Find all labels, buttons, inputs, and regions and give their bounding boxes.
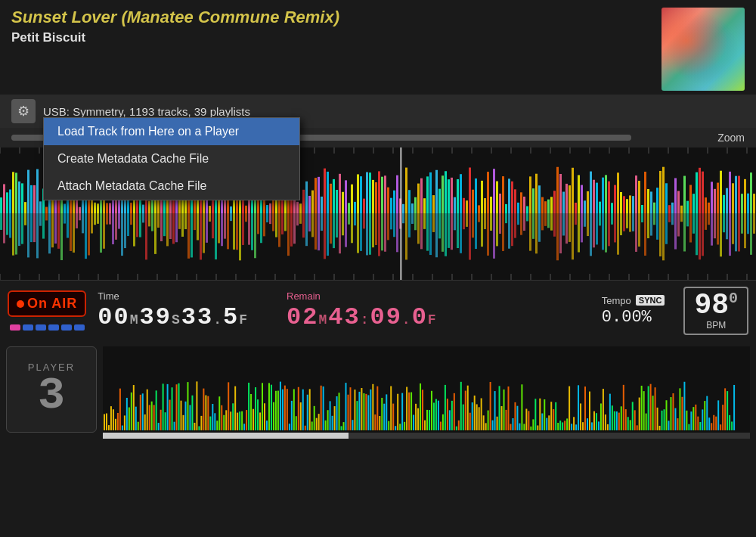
svg-rect-172 — [136, 214, 138, 237]
svg-rect-526 — [671, 214, 674, 225]
svg-rect-496 — [626, 214, 628, 228]
svg-rect-488 — [614, 214, 616, 243]
svg-rect-170 — [133, 214, 135, 247]
svg-rect-643 — [239, 411, 240, 430]
svg-rect-636 — [223, 415, 225, 430]
svg-rect-551 — [711, 182, 713, 213]
menu-item-attach-cache[interactable]: Attach Metadata Cache File — [44, 172, 299, 200]
svg-rect-861 — [731, 421, 733, 430]
svg-rect-364 — [426, 214, 429, 251]
svg-rect-540 — [692, 214, 695, 234]
svg-rect-123 — [64, 203, 66, 213]
svg-rect-724 — [422, 390, 423, 430]
svg-rect-236 — [233, 214, 235, 250]
svg-rect-400 — [481, 214, 483, 247]
svg-rect-505 — [641, 205, 643, 213]
svg-rect-500 — [632, 214, 634, 231]
svg-rect-361 — [423, 198, 426, 213]
svg-rect-283 — [305, 182, 308, 214]
svg-rect-644 — [241, 411, 243, 430]
svg-rect-394 — [472, 214, 474, 238]
svg-rect-375 — [445, 171, 447, 213]
svg-rect-324 — [366, 214, 368, 256]
svg-rect-437 — [538, 185, 541, 213]
svg-rect-493 — [623, 196, 625, 213]
svg-rect-281 — [302, 190, 305, 214]
mini-waveform[interactable] — [103, 346, 750, 439]
svg-rect-610 — [165, 412, 166, 430]
svg-rect-685 — [334, 406, 336, 430]
remain-s-sub: : — [361, 312, 370, 327]
svg-rect-196 — [172, 214, 175, 244]
svg-rect-382 — [454, 214, 456, 231]
svg-rect-280 — [299, 214, 302, 224]
svg-rect-848 — [702, 409, 703, 430]
svg-rect-659 — [275, 391, 277, 430]
svg-rect-639 — [230, 411, 231, 430]
svg-rect-420 — [511, 214, 513, 247]
sync-badge[interactable]: SYNC — [636, 295, 665, 306]
svg-rect-311 — [348, 203, 350, 213]
svg-rect-651 — [257, 399, 259, 430]
svg-rect-473 — [593, 180, 595, 214]
svg-rect-617 — [181, 401, 182, 430]
svg-rect-777 — [541, 414, 543, 430]
svg-rect-740 — [458, 421, 460, 430]
svg-rect-621 — [189, 405, 191, 430]
svg-rect-144 — [94, 214, 96, 225]
dot-blue-3 — [48, 324, 59, 331]
svg-rect-795 — [582, 422, 584, 430]
menu-item-load-track[interactable]: Load Track from Here on a Player — [44, 118, 299, 145]
svg-rect-409 — [496, 182, 498, 214]
svg-rect-459 — [572, 168, 574, 214]
header-left: Sunset Lover (Manatee Commune Remix) Pet… — [11, 8, 662, 45]
svg-rect-525 — [671, 203, 674, 214]
svg-rect-745 — [469, 413, 471, 430]
svg-rect-349 — [405, 168, 407, 214]
svg-rect-805 — [605, 414, 606, 430]
source-text: USB: Symmetry, 1193 tracks, 39 playlists — [43, 105, 250, 118]
gear-icon[interactable]: ⚙ — [11, 99, 36, 123]
svg-rect-344 — [396, 214, 398, 253]
svg-rect-563 — [729, 172, 731, 214]
svg-rect-377 — [448, 179, 450, 213]
svg-rect-462 — [575, 214, 577, 225]
svg-rect-369 — [435, 170, 438, 214]
svg-rect-817 — [632, 402, 634, 430]
svg-rect-763 — [510, 424, 511, 430]
svg-rect-700 — [367, 395, 369, 430]
svg-rect-469 — [587, 191, 589, 214]
svg-rect-676 — [314, 406, 315, 430]
svg-rect-468 — [584, 214, 586, 227]
svg-rect-442 — [544, 214, 547, 226]
svg-rect-259 — [269, 203, 271, 214]
svg-rect-708 — [386, 394, 387, 430]
time-label: Time — [98, 290, 119, 302]
svg-rect-419 — [511, 182, 513, 214]
svg-rect-769 — [523, 424, 525, 430]
svg-rect-545 — [702, 172, 704, 214]
svg-rect-737 — [451, 401, 453, 430]
svg-rect-314 — [351, 214, 353, 244]
svg-rect-214 — [200, 214, 202, 260]
svg-rect-190 — [163, 214, 166, 237]
svg-rect-619 — [184, 402, 186, 430]
on-air-button[interactable]: On AIR — [8, 290, 86, 317]
svg-rect-572 — [741, 214, 743, 234]
svg-rect-252 — [257, 214, 259, 234]
svg-rect-260 — [269, 214, 271, 225]
svg-rect-797 — [587, 418, 588, 430]
svg-rect-601 — [144, 414, 146, 430]
svg-rect-485 — [611, 203, 613, 213]
svg-rect-518 — [659, 214, 662, 257]
svg-rect-759 — [501, 406, 503, 430]
svg-rect-105 — [36, 169, 39, 214]
svg-rect-625 — [198, 426, 200, 430]
svg-rect-650 — [255, 387, 256, 430]
svg-rect-580 — [753, 214, 755, 234]
svg-rect-774 — [534, 399, 536, 430]
svg-rect-574 — [744, 214, 746, 249]
remain-m-sub: M — [318, 312, 328, 327]
menu-item-create-cache[interactable]: Create Metadata Cache File — [44, 145, 299, 172]
svg-rect-593 — [126, 398, 128, 430]
